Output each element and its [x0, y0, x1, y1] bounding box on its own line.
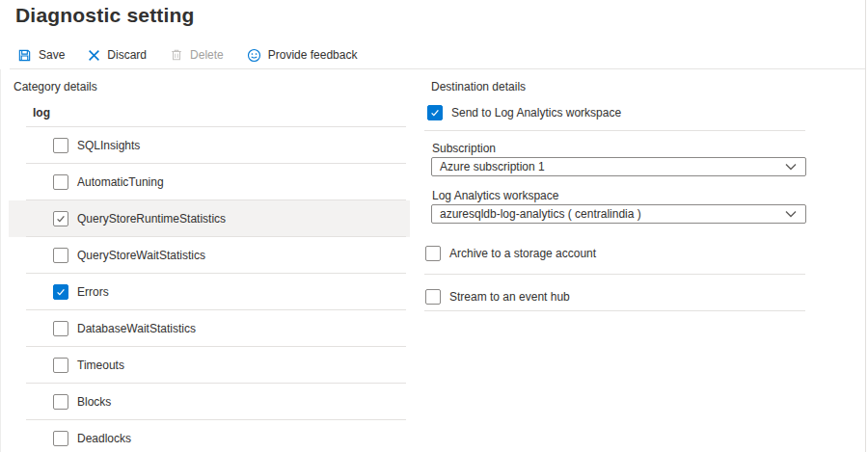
- discard-label: Discard: [107, 48, 147, 62]
- checkbox[interactable]: [427, 105, 443, 120]
- category-row-errors[interactable]: Errors: [26, 274, 406, 310]
- log-group-label: log: [33, 106, 50, 120]
- delete-label: Delete: [190, 48, 224, 62]
- checkbox[interactable]: [53, 138, 68, 153]
- category-label: DatabaseWaitStatistics: [77, 322, 196, 335]
- workspace-value: azuresqldb-log-analytics ( centralindia …: [440, 207, 641, 221]
- stream-to-event-hub-row[interactable]: Stream to an event hub: [425, 289, 570, 305]
- feedback-icon: [247, 48, 261, 63]
- checkbox[interactable]: [53, 358, 68, 373]
- category-row-automatictuning[interactable]: AutomaticTuning: [26, 164, 406, 200]
- save-button[interactable]: Save: [17, 48, 65, 63]
- category-label: Deadlocks: [77, 432, 131, 445]
- category-row-databasewaitstatistics[interactable]: DatabaseWaitStatistics: [26, 310, 406, 347]
- subscription-dropdown[interactable]: Azure subscription 1: [431, 157, 806, 176]
- chevron-down-icon: [785, 210, 797, 218]
- checkbox[interactable]: [425, 246, 441, 261]
- checkbox[interactable]: [53, 284, 68, 300]
- category-label: SQLInsights: [77, 139, 140, 152]
- destination-details-heading: Destination details: [431, 80, 526, 93]
- provide-feedback-label: Provide feedback: [268, 48, 358, 62]
- delete-icon: [170, 48, 183, 62]
- toolbar-divider: [10, 68, 865, 69]
- save-label: Save: [39, 48, 65, 62]
- checkbox[interactable]: [53, 394, 68, 410]
- category-details-heading: Category details: [14, 80, 97, 93]
- category-label: Timeouts: [77, 359, 124, 372]
- page-title: Diagnostic setting: [15, 4, 195, 27]
- checkbox[interactable]: [53, 431, 68, 446]
- chevron-down-icon: [785, 163, 797, 171]
- pane-left-border: [0, 69, 1, 452]
- archive-to-storage-label: Archive to a storage account: [449, 247, 596, 260]
- category-row-blocks[interactable]: Blocks: [26, 384, 406, 420]
- discard-icon: [88, 49, 100, 62]
- category-label: QueryStoreRuntimeStatistics: [77, 212, 226, 226]
- provide-feedback-button[interactable]: Provide feedback: [247, 48, 358, 63]
- log-analytics-workspace-dropdown[interactable]: azuresqldb-log-analytics ( centralindia …: [431, 204, 806, 224]
- checkbox[interactable]: [53, 174, 68, 190]
- category-row-timeouts[interactable]: Timeouts: [26, 347, 406, 384]
- pane-right-border: [865, 0, 866, 452]
- discard-button[interactable]: Discard: [88, 48, 147, 62]
- category-row-deadlocks[interactable]: Deadlocks: [26, 420, 406, 452]
- divider: [424, 310, 805, 311]
- send-to-log-analytics-label: Send to Log Analytics workspace: [451, 106, 621, 120]
- checkbox[interactable]: [53, 321, 68, 336]
- divider: [424, 274, 805, 275]
- category-label: QueryStoreWaitStatistics: [77, 249, 205, 262]
- divider: [424, 130, 805, 131]
- toolbar: Save Discard Delete: [17, 43, 357, 66]
- checkbox[interactable]: [53, 211, 68, 226]
- category-row-querystorewaitstatistics[interactable]: QueryStoreWaitStatistics: [26, 237, 406, 274]
- category-label: AutomaticTuning: [77, 175, 164, 189]
- stream-to-event-hub-label: Stream to an event hub: [449, 290, 570, 304]
- save-icon: [17, 48, 32, 63]
- category-row-sqlinsights[interactable]: SQLInsights: [26, 127, 406, 164]
- archive-to-storage-row[interactable]: Archive to a storage account: [425, 246, 596, 261]
- checkbox[interactable]: [53, 248, 68, 263]
- send-to-log-analytics-row[interactable]: Send to Log Analytics workspace: [427, 105, 621, 120]
- delete-button: Delete: [170, 48, 224, 62]
- checkbox[interactable]: [425, 289, 441, 305]
- category-label: Errors: [77, 285, 109, 299]
- subscription-label: Subscription: [432, 142, 496, 155]
- category-row-querystoreruntimestatistics[interactable]: QueryStoreRuntimeStatistics: [26, 200, 406, 237]
- subscription-value: Azure subscription 1: [440, 160, 545, 173]
- category-label: Blocks: [77, 395, 111, 409]
- log-analytics-workspace-label: Log Analytics workspace: [432, 189, 558, 202]
- category-list: SQLInsights AutomaticTuning QueryStoreRu…: [26, 126, 406, 452]
